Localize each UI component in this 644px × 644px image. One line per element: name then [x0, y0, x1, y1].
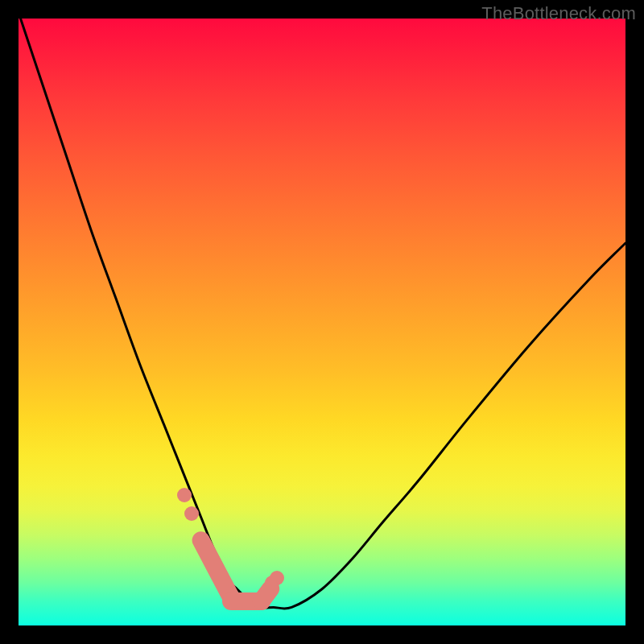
- marker-left-dot-0: [177, 488, 192, 502]
- chart-frame: TheBottleneck.com: [0, 0, 644, 644]
- plot-area: [19, 19, 625, 625]
- marker-layer: [19, 19, 625, 625]
- watermark-text: TheBottleneck.com: [481, 3, 636, 24]
- marker-left-dot-1: [184, 506, 199, 521]
